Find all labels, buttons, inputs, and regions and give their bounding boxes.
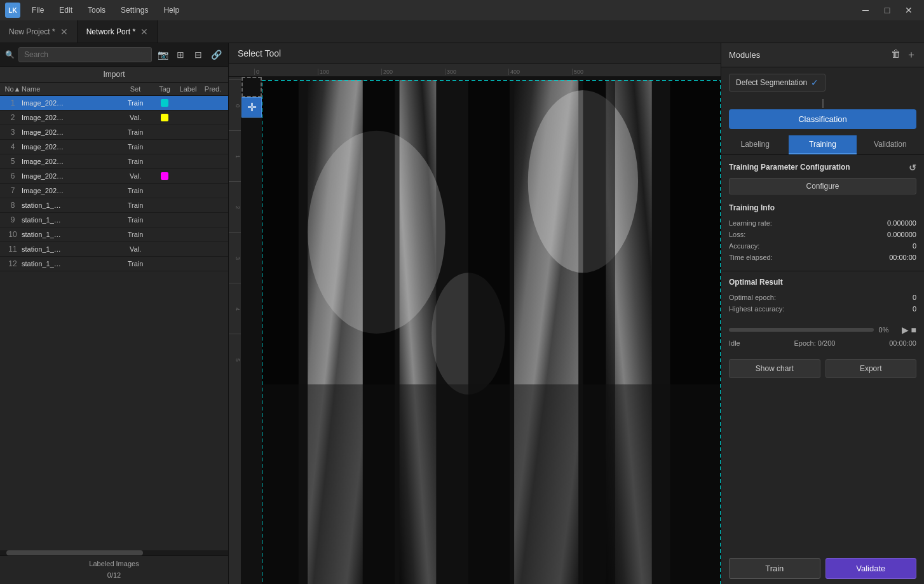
header-name: Name xyxy=(22,85,116,93)
row-set: Val. xyxy=(116,172,154,180)
check-icon: ✓ xyxy=(811,78,819,88)
delete-module-button[interactable]: 🗑 xyxy=(891,48,901,62)
ruler-marks: 0100200300400500 xyxy=(254,69,635,75)
table-header: No▲ Name Set Tag Label Pred. xyxy=(0,83,228,96)
window-controls: ─ □ ✕ xyxy=(855,2,919,18)
table-body: 1 Image_202… Train 2 Image_202… Val. 3 I… xyxy=(0,96,228,550)
horizontal-scrollbar[interactable] xyxy=(0,550,228,555)
tab-validation[interactable]: Validation xyxy=(857,135,924,154)
row-name: Image_202… xyxy=(22,172,116,180)
minimize-button[interactable]: ─ xyxy=(855,2,876,18)
row-no: 2 xyxy=(4,113,22,122)
configure-button[interactable]: Configure xyxy=(729,178,916,194)
canvas-image xyxy=(262,80,721,584)
row-no: 12 xyxy=(4,259,22,268)
tab-labeling[interactable]: Labeling xyxy=(721,135,789,154)
camera-icon[interactable]: 📷 xyxy=(156,48,170,62)
row-set: Train xyxy=(116,143,154,151)
header-no: No▲ xyxy=(4,85,22,93)
table-row[interactable]: 11 station_1_… Val. xyxy=(0,242,228,257)
canvas-viewport[interactable]: ✛ xyxy=(241,77,721,584)
play-button[interactable]: ▶ xyxy=(902,325,909,335)
train-button[interactable]: Train xyxy=(729,558,820,579)
table-row[interactable]: 6 Image_202… Val. xyxy=(0,169,228,184)
row-name: station_1_… xyxy=(22,201,116,209)
menu-settings[interactable]: Settings xyxy=(114,3,154,17)
accuracy-row: Accuracy: 0 xyxy=(729,240,916,252)
menu-help[interactable]: Help xyxy=(157,3,186,17)
history-icon[interactable]: ↺ xyxy=(909,163,916,173)
highest-acc-label: Highest accuracy: xyxy=(729,305,784,313)
learning-rate-label: Learning rate: xyxy=(729,219,772,227)
row-no: 9 xyxy=(4,215,22,224)
progress-pct: 0% xyxy=(879,326,897,334)
link-icon[interactable]: 🔗 xyxy=(209,48,223,62)
menu-file[interactable]: File xyxy=(25,3,50,17)
row-name: station_1_… xyxy=(22,245,116,253)
menu-edit[interactable]: Edit xyxy=(53,3,79,17)
right-tabs-row: Labeling Training Validation xyxy=(721,135,924,155)
table-row[interactable]: 9 station_1_… Train xyxy=(0,213,228,227)
loss-row: Loss: 0.000000 xyxy=(729,229,916,240)
import-bar[interactable]: Import xyxy=(0,67,228,83)
accuracy-value: 0 xyxy=(913,242,916,250)
menu-bar: File Edit Tools Settings Help xyxy=(25,3,186,17)
search-input[interactable] xyxy=(18,47,152,62)
tab-network-port-close[interactable]: ✕ xyxy=(140,27,148,37)
table-row[interactable]: 1 Image_202… Train xyxy=(0,96,228,111)
row-tag xyxy=(154,114,175,121)
tab-network-port[interactable]: Network Port * ✕ xyxy=(78,20,158,43)
grid-icon[interactable]: ⊟ xyxy=(191,48,205,62)
select-tool-label: Select Tool xyxy=(238,48,281,58)
color-dot xyxy=(161,172,168,180)
row-set: Train xyxy=(116,201,154,209)
module-dropdown[interactable]: Defect Segmentation ✓ xyxy=(729,74,825,92)
stop-button[interactable]: ■ xyxy=(911,325,916,335)
progress-track xyxy=(729,328,874,332)
table-row[interactable]: 12 station_1_… Train xyxy=(0,257,228,271)
add-module-button[interactable]: ＋ xyxy=(906,48,916,62)
row-no: 8 xyxy=(4,201,22,210)
table-row[interactable]: 3 Image_202… Train xyxy=(0,125,228,140)
search-icon: 🔍 xyxy=(5,50,15,59)
time-elapsed-label: Time elapsed: xyxy=(729,254,773,261)
table-row[interactable]: 2 Image_202… Val. xyxy=(0,111,228,125)
tab-new-project[interactable]: New Project * ✕ xyxy=(0,20,78,43)
tab-new-project-close[interactable]: ✕ xyxy=(60,27,68,37)
training-param-title: Training Parameter Configuration ↺ xyxy=(721,159,924,175)
menu-tools[interactable]: Tools xyxy=(81,3,112,17)
action-buttons: Show chart Export xyxy=(721,354,924,383)
row-set: Train xyxy=(116,187,154,194)
tab-training[interactable]: Training xyxy=(789,135,856,154)
svg-rect-13 xyxy=(262,384,721,584)
classification-button[interactable]: Classification xyxy=(729,109,916,129)
epoch-time: 00:00:00 xyxy=(889,339,916,347)
table-row[interactable]: 10 station_1_… Train xyxy=(0,227,228,242)
export-button[interactable]: Export xyxy=(825,359,917,378)
highest-acc-value: 0 xyxy=(913,305,916,313)
learning-rate-value: 0.000000 xyxy=(887,219,916,227)
scrollbar-thumb[interactable] xyxy=(6,550,143,555)
move-tool-button[interactable]: ✛ xyxy=(241,97,262,118)
row-no: 10 xyxy=(4,230,22,239)
table-row[interactable]: 4 Image_202… Train xyxy=(0,140,228,154)
titlebar: LK File Edit Tools Settings Help ─ □ ✕ xyxy=(0,0,924,20)
app-logo: LK xyxy=(5,3,20,18)
row-no: 7 xyxy=(4,186,22,195)
show-chart-button[interactable]: Show chart xyxy=(729,359,820,378)
row-name: Image_202… xyxy=(22,143,116,151)
table-row[interactable]: 8 station_1_… Train xyxy=(0,198,228,213)
validate-button[interactable]: Validate xyxy=(825,558,917,579)
optimal-epoch-value: 0 xyxy=(913,294,916,301)
ruler-mark: 500 xyxy=(572,69,635,75)
maximize-button[interactable]: □ xyxy=(877,2,897,18)
bottom-panel: Labeled Images 0/12 xyxy=(0,555,228,584)
filter-icon[interactable]: ⊞ xyxy=(173,48,187,62)
row-name: Image_202… xyxy=(22,187,116,194)
table-row[interactable]: 5 Image_202… Train xyxy=(0,154,228,169)
tabbar: New Project * ✕ Network Port * ✕ xyxy=(0,20,924,43)
row-no: 4 xyxy=(4,142,22,151)
modules-title: Modules xyxy=(729,50,891,60)
close-button[interactable]: ✕ xyxy=(899,2,919,18)
table-row[interactable]: 7 Image_202… Train xyxy=(0,184,228,198)
